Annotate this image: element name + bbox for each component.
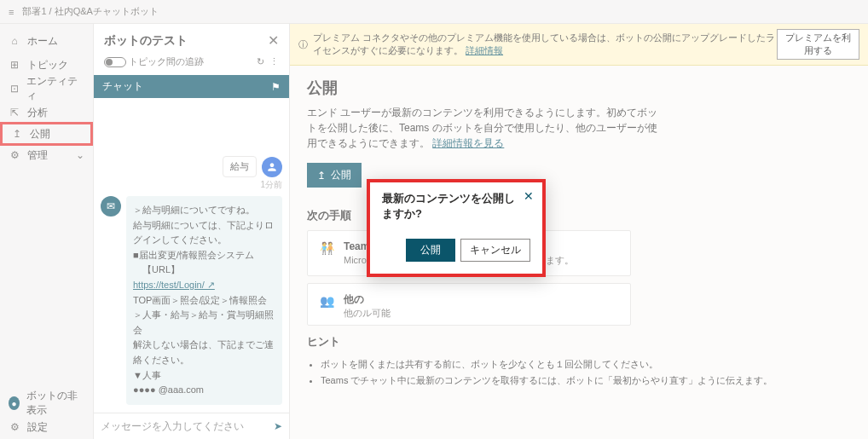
dialog-ok-button[interactable]: 公開 <box>406 239 455 262</box>
dialog-title: 最新のコンテンツを公開しますか? <box>382 191 530 222</box>
publish-dialog: ✕ 最新のコンテンツを公開しますか? 公開 キャンセル <box>367 179 546 277</box>
dialog-cancel-button[interactable]: キャンセル <box>460 239 530 262</box>
dialog-close-icon[interactable]: ✕ <box>524 189 534 203</box>
